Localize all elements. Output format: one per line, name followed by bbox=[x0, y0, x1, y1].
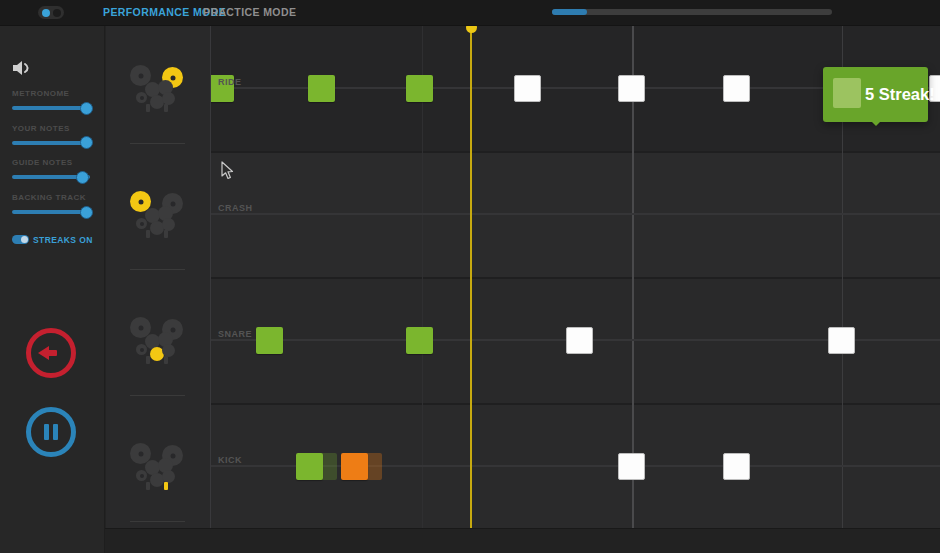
sidebar: METRONOMEYOUR NOTESGUIDE NOTESBACKING TR… bbox=[0, 25, 105, 553]
drum-hole bbox=[170, 453, 175, 458]
leg-left-icon bbox=[146, 482, 150, 490]
kick-pedal-icon bbox=[164, 356, 168, 364]
streaks-toggle-label: STREAKS ON bbox=[33, 235, 93, 245]
note-green-kick bbox=[296, 453, 323, 480]
streaks-toggle-row: STREAKS ON bbox=[12, 234, 102, 246]
drum-hole bbox=[138, 451, 143, 456]
pause-button[interactable] bbox=[26, 407, 76, 457]
drum-hole bbox=[170, 201, 175, 206]
note-white-snare bbox=[828, 327, 855, 354]
hihat-icon bbox=[136, 218, 147, 229]
back-arrow-tail bbox=[46, 350, 57, 356]
note-green-ride bbox=[308, 75, 335, 102]
drum-hole bbox=[140, 96, 144, 100]
mode-toggle[interactable] bbox=[38, 6, 64, 19]
note-grid: RIDECRASHSNAREKICK 5 Streak! bbox=[210, 25, 940, 528]
leg-left-icon bbox=[146, 356, 150, 364]
drum-hole bbox=[140, 222, 144, 226]
note-white-kick bbox=[723, 453, 750, 480]
drum-icon-divider bbox=[130, 395, 185, 396]
streak-badge-text: 5 Streak! bbox=[865, 67, 935, 122]
drum-icon-divider bbox=[130, 269, 185, 270]
slider-track[interactable] bbox=[12, 175, 90, 179]
drum-hole bbox=[138, 199, 143, 204]
song-progress-fill bbox=[552, 9, 587, 15]
slider-label: BACKING TRACK bbox=[12, 193, 92, 202]
playhead-dot bbox=[466, 25, 477, 33]
note-orange-kick bbox=[341, 453, 368, 480]
note-white-ride bbox=[723, 75, 750, 102]
slider-handle[interactable] bbox=[76, 171, 89, 184]
leg-left-icon bbox=[146, 104, 150, 112]
leg-left-icon bbox=[146, 230, 150, 238]
kick-pedal-icon bbox=[164, 482, 168, 490]
note-green-snare bbox=[256, 327, 283, 354]
lane-label-crash: CRASH bbox=[218, 203, 253, 213]
lane-label-ride: RIDE bbox=[218, 77, 242, 87]
note-white-ride bbox=[514, 75, 541, 102]
note-white-kick bbox=[618, 453, 645, 480]
slider-row-metronome: METRONOME bbox=[12, 89, 92, 119]
streak-badge-note bbox=[833, 78, 861, 108]
drum-hole bbox=[140, 348, 144, 352]
drum-kit-icon-ride bbox=[128, 62, 186, 114]
streak-badge: 5 Streak! bbox=[823, 67, 928, 122]
toggle-dot-inactive bbox=[53, 9, 61, 17]
hihat-icon bbox=[136, 92, 147, 103]
tab-practice-mode[interactable]: PRACTICE MODE bbox=[203, 0, 296, 25]
slider-handle[interactable] bbox=[80, 102, 93, 115]
slider-handle[interactable] bbox=[80, 136, 93, 149]
slider-row-backing-track: BACKING TRACK bbox=[12, 193, 92, 223]
lane-label-kick: KICK bbox=[218, 455, 242, 465]
drum-hole bbox=[138, 325, 143, 330]
playhead-line bbox=[470, 25, 472, 528]
pause-icon bbox=[53, 424, 58, 440]
slider-row-your-notes: YOUR NOTES bbox=[12, 124, 92, 154]
slider-label: METRONOME bbox=[12, 89, 92, 98]
note-green-snare bbox=[406, 327, 433, 354]
slider-track[interactable] bbox=[12, 141, 90, 145]
drum-kit-icon-kick bbox=[128, 440, 186, 492]
pause-icon bbox=[44, 424, 49, 440]
drum-icon-divider bbox=[130, 521, 185, 522]
drum-kit-icon-snare bbox=[128, 314, 186, 366]
song-progress-bar[interactable] bbox=[552, 9, 832, 15]
drum-hole bbox=[170, 75, 175, 80]
bottom-bar bbox=[105, 528, 940, 553]
slider-row-guide-notes: GUIDE NOTES bbox=[12, 158, 92, 188]
slider-track[interactable] bbox=[12, 106, 90, 110]
top-bar: PERFORMANCE MODE PRACTICE MODE bbox=[0, 0, 940, 26]
streaks-toggle-knob bbox=[21, 236, 28, 243]
drum-hole bbox=[140, 474, 144, 478]
hihat-icon bbox=[136, 470, 147, 481]
drum-hole bbox=[138, 73, 143, 78]
drum-hole bbox=[170, 327, 175, 332]
back-button[interactable] bbox=[26, 328, 76, 378]
streaks-toggle[interactable] bbox=[12, 235, 29, 244]
drum-icon-column bbox=[106, 25, 210, 528]
kick-pedal-icon bbox=[164, 104, 168, 112]
note-white-ride bbox=[618, 75, 645, 102]
slider-label: GUIDE NOTES bbox=[12, 158, 92, 167]
mouse-cursor bbox=[221, 161, 234, 180]
volume-icon bbox=[10, 57, 32, 79]
hihat-icon bbox=[136, 344, 147, 355]
note-white-snare bbox=[566, 327, 593, 354]
slider-label: YOUR NOTES bbox=[12, 124, 92, 133]
streak-badge-pointer bbox=[871, 121, 881, 126]
toggle-dot-active bbox=[42, 9, 50, 17]
lane-label-snare: SNARE bbox=[218, 329, 252, 339]
kick-pedal-icon bbox=[164, 230, 168, 238]
note-green-ride bbox=[406, 75, 433, 102]
slider-track[interactable] bbox=[12, 210, 90, 214]
drum-icon-divider bbox=[130, 143, 185, 144]
drum-kit-icon-crash bbox=[128, 188, 186, 240]
slider-handle[interactable] bbox=[80, 206, 93, 219]
lane-center-line-crash bbox=[211, 213, 940, 215]
